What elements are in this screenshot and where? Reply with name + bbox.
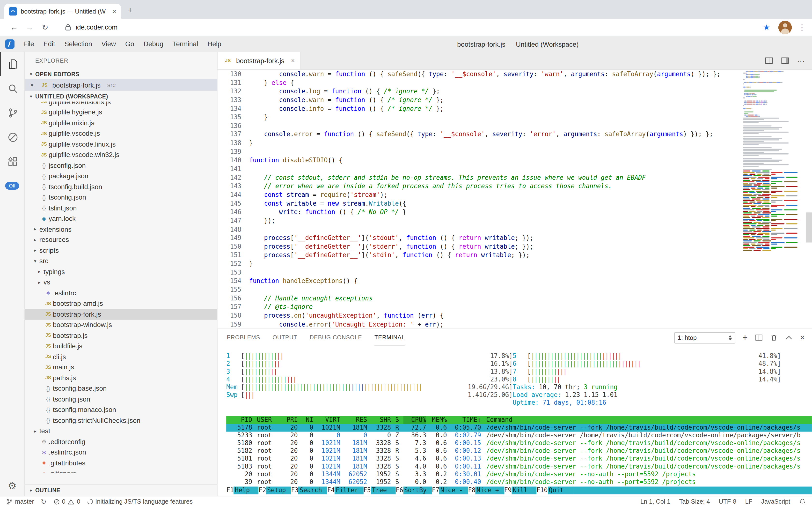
fnkey-action[interactable]: Search — [299, 487, 327, 494]
language-mode[interactable]: JavaScript — [761, 498, 790, 505]
menubar-item-help[interactable]: Help — [203, 36, 226, 52]
bookmark-star-icon[interactable]: ★ — [763, 22, 770, 32]
panel-tab-problems[interactable]: PROBLEMS — [227, 329, 260, 346]
tree-item[interactable]: {}tsconfig.json — [25, 394, 217, 404]
avatar[interactable] — [778, 20, 792, 34]
tree-item[interactable]: ▸resources — [25, 234, 217, 245]
menubar-item-file[interactable]: File — [19, 36, 39, 52]
settings-gear-icon[interactable]: ⚙ — [8, 480, 17, 492]
source-control-icon[interactable] — [0, 101, 25, 125]
tree-item[interactable]: {}tsconfig.json — [25, 192, 217, 203]
explorer-icon[interactable] — [0, 52, 25, 76]
back-icon[interactable]: ← — [6, 23, 22, 32]
tree-item[interactable]: ◆.gitignore — [25, 468, 217, 472]
tree-item[interactable]: ▸test — [25, 426, 217, 436]
notifications-bell-icon[interactable] — [799, 498, 806, 505]
tree-item[interactable]: {}tsconfig.build.json — [25, 181, 217, 192]
editor-tab[interactable]: JS bootstrap-fork.js × — [217, 52, 301, 69]
fnkey-action[interactable]: Nice + — [476, 487, 504, 494]
tree-item[interactable]: ▸extensions — [25, 224, 217, 234]
extensions-icon[interactable] — [0, 149, 25, 174]
branch-indicator[interactable]: master — [6, 498, 34, 505]
process-row[interactable]: 5180root2001021M181M3328S7.30.60:00.15/d… — [226, 440, 812, 447]
fnkey-action[interactable]: SortBy — [403, 487, 432, 494]
tree-item[interactable]: ⚙.editorconfig — [25, 436, 217, 447]
editor-scrollbar[interactable] — [806, 212, 812, 242]
process-row[interactable]: 5181root2001021M181M3328S4.60.60:00.13/d… — [226, 455, 812, 463]
tree-item[interactable]: JSpaths.js — [25, 373, 217, 383]
tree-item[interactable]: JSgulpfile.extensions.js — [25, 102, 217, 107]
kill-terminal-icon[interactable] — [770, 334, 778, 342]
open-editor-item[interactable]: × JS bootstrap-fork.js src — [25, 79, 217, 91]
reload-icon[interactable]: ↻ — [37, 22, 53, 32]
eol-selector[interactable]: LF — [745, 498, 753, 505]
tree-item[interactable]: JSbootstrap.js — [25, 330, 217, 341]
tab-close-icon[interactable]: × — [113, 7, 117, 15]
process-row[interactable]: 5183root2001021M181M3328S4.00.60:00.11/d… — [226, 463, 812, 470]
tree-item[interactable]: {}tsconfig.strictNullChecks.json — [25, 415, 217, 426]
panel-tab-terminal[interactable]: TERMINAL — [374, 329, 405, 346]
menubar-item-terminal[interactable]: Terminal — [168, 36, 203, 52]
encoding[interactable]: UTF-8 — [719, 498, 736, 505]
menubar-item-view[interactable]: View — [97, 36, 120, 52]
cursor-position[interactable]: Ln 1, Col 1 — [640, 498, 670, 505]
process-row[interactable]: 39root2001344M620521952S0.00.20:00.40/de… — [226, 478, 812, 486]
tree-item[interactable]: {}tsconfig.base.json — [25, 383, 217, 394]
app-logo-icon[interactable] — [5, 40, 14, 49]
tree-item[interactable]: JSbootstrap-fork.js — [25, 309, 217, 320]
forward-icon[interactable]: → — [22, 23, 37, 32]
close-panel-icon[interactable]: × — [800, 334, 805, 342]
off-toggle-badge[interactable]: Off — [5, 182, 19, 190]
tree-item[interactable]: JSgulpfile.vscode.win32.js — [25, 150, 217, 160]
tree-item[interactable]: JSmain.js — [25, 362, 217, 373]
indentation[interactable]: Tab Size: 4 — [679, 498, 710, 505]
split-editor-icon[interactable] — [765, 56, 773, 65]
tree-item[interactable]: JScli.js — [25, 351, 217, 362]
url-input[interactable]: ide.coder.com — [76, 23, 763, 31]
tree-item[interactable]: JSgulpfile.hygiene.js — [25, 107, 217, 118]
search-icon[interactable] — [0, 76, 25, 101]
tree-item[interactable]: {}tslint.json — [25, 203, 217, 213]
menubar-item-debug[interactable]: Debug — [139, 36, 168, 52]
tree-item[interactable]: ▸scripts — [25, 245, 217, 256]
tree-item[interactable]: JSgulpfile.mixin.js — [25, 118, 217, 128]
menubar-item-edit[interactable]: Edit — [39, 36, 60, 52]
fnkey-action[interactable]: Tree — [371, 487, 396, 494]
tree-item[interactable]: ∗.eslintrc — [25, 288, 217, 298]
tree-item[interactable]: ∗.eslintrc.json — [25, 447, 217, 458]
debug-icon[interactable] — [0, 125, 25, 149]
menubar-item-selection[interactable]: Selection — [60, 36, 97, 52]
panel-tab-output[interactable]: OUTPUT — [273, 329, 297, 346]
open-editors-header[interactable]: ▾ OPEN EDITORS — [25, 68, 217, 79]
toggle-layout-icon[interactable] — [781, 56, 789, 65]
process-row[interactable]: 5178root2001021M181M3328R72.70.60:05.70/… — [226, 424, 812, 432]
fnkey-action[interactable]: Setup — [266, 487, 291, 494]
tree-item[interactable]: JSgulpfile.vscode.js — [25, 128, 217, 139]
menubar-item-go[interactable]: Go — [121, 36, 139, 52]
tree-item[interactable]: {}package.json — [25, 171, 217, 181]
terminal-selector[interactable]: 1: htop — [674, 332, 735, 343]
problems-indicator[interactable]: 0 0 — [53, 498, 80, 505]
tab-close-icon[interactable]: × — [291, 57, 295, 64]
tree-item[interactable]: ◆.gitattributes — [25, 458, 217, 468]
process-row[interactable]: 5182root2001021M181M3328R5.30.60:00.12/d… — [226, 447, 812, 455]
fnkey-action[interactable]: Nice - — [439, 487, 468, 494]
tree-item[interactable]: ▸typings — [25, 266, 217, 277]
tree-item[interactable]: ◉yarn.lock — [25, 213, 217, 224]
code-editor[interactable]: 130 console.warn = function () { safeSen… — [217, 70, 812, 329]
tree-item[interactable]: JSbootstrap-amd.js — [25, 298, 217, 309]
minimap[interactable] — [743, 71, 805, 327]
fnkey-action[interactable]: Filter — [334, 487, 363, 494]
tree-item[interactable]: {}tsconfig.monaco.json — [25, 404, 217, 415]
browser-tab[interactable]: <> bootstrap-fork.js — Untitled (W × — [4, 4, 121, 19]
tree-item[interactable]: {}jsconfig.json — [25, 160, 217, 171]
workspace-header[interactable]: ▾ UNTITLED (WORKSPACE) — [25, 91, 217, 102]
close-icon[interactable]: × — [30, 81, 37, 89]
fnkey-action[interactable]: Kill — [511, 487, 537, 494]
process-row[interactable]: 20root2001344M620521952S3.30.20:30.01/de… — [226, 470, 812, 478]
tree-item[interactable]: JSgulpfile.vscode.linux.js — [25, 139, 217, 150]
new-tab-button[interactable]: + — [127, 5, 133, 15]
tree-item[interactable]: ▾src — [25, 256, 217, 266]
process-row[interactable]: 5233root200000Z36.30.00:02.79/dev/shm/bi… — [226, 432, 812, 439]
maximize-panel-icon[interactable] — [785, 334, 793, 342]
